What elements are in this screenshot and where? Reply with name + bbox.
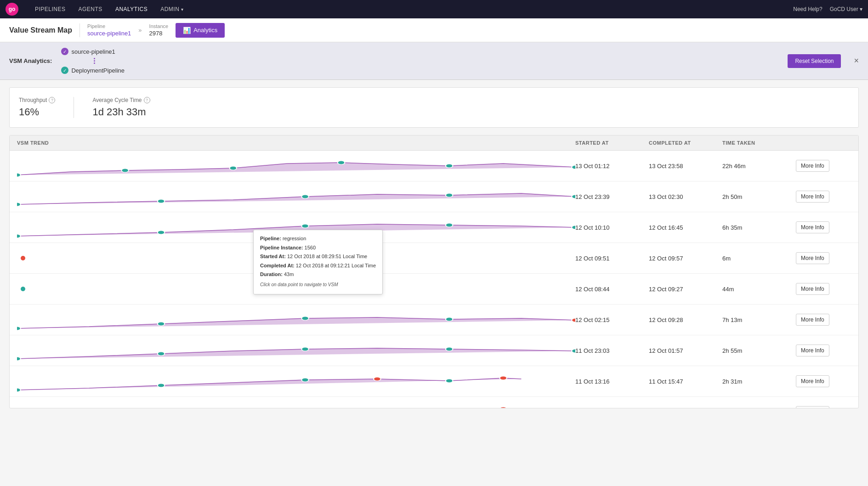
svg-point-36 — [446, 379, 453, 383]
started-at-4: 12 Oct 09:51 — [575, 255, 649, 262]
svg-point-4 — [338, 161, 345, 164]
completed-at-1: 13 Oct 23:58 — [649, 163, 722, 170]
pipeline-name[interactable]: source-pipeline1 — [87, 30, 131, 37]
svg-marker-19 — [17, 317, 575, 328]
table-row: 11 Oct 23:03 12 Oct 01:57 2h 55m More In… — [10, 335, 858, 366]
svg-point-24 — [572, 318, 575, 322]
svg-point-16 — [301, 224, 309, 228]
close-button[interactable]: × — [854, 56, 859, 66]
app-logo[interactable]: go — [6, 3, 21, 16]
help-link[interactable]: Need Help? — [793, 6, 822, 12]
nav-agents[interactable]: AGENTS — [72, 0, 109, 18]
more-info-btn-9[interactable]: More Info — [796, 406, 829, 408]
trend-chart-1[interactable] — [17, 154, 575, 177]
trend-chart-6[interactable] — [17, 308, 575, 331]
main-content: Throughput ? 16% Average Cycle Time ? 1d… — [0, 80, 868, 416]
metric-divider — [74, 97, 74, 118]
pipeline-dots — [64, 58, 125, 64]
more-info-btn-6[interactable]: More Info — [796, 314, 829, 326]
throughput-label: Throughput ? — [19, 97, 55, 103]
check-teal-icon: ✓ — [61, 67, 68, 74]
table-row: 11 Oct 13:16 11 Oct 15:47 2h 31m More In… — [10, 366, 858, 397]
throughput-value: 16% — [19, 106, 55, 118]
cycle-time-info-icon[interactable]: ? — [144, 97, 150, 103]
user-menu[interactable]: GoCD User ▾ — [830, 6, 862, 12]
table-row: 13 Oct 01:12 13 Oct 23:58 22h 46m More I… — [10, 151, 858, 181]
analytics-button[interactable]: 📊 Analytics — [176, 23, 225, 38]
svg-point-27 — [158, 352, 165, 356]
col-completed-at: COMPLETED AT — [649, 140, 722, 146]
svg-point-17 — [446, 223, 453, 227]
table-row: 12 Oct 02:15 12 Oct 09:28 7h 13m More In… — [10, 305, 858, 335]
time-taken-1: 22h 46m — [722, 163, 796, 170]
svg-point-5 — [446, 164, 453, 168]
more-info-btn-3[interactable]: More Info — [796, 221, 829, 233]
vsm-label: VSM Analytics: — [9, 57, 52, 64]
pipeline-item-deployment[interactable]: ✓ DeploymentPipeline — [61, 67, 125, 74]
pipeline-item-source[interactable]: ✓ source-pipeline1 — [61, 48, 125, 55]
instance-info: Instance 2978 — [149, 23, 169, 37]
divider — [79, 23, 80, 37]
svg-point-14 — [17, 234, 21, 238]
chart-icon: 📊 — [183, 27, 191, 34]
svg-marker-0 — [17, 163, 575, 175]
analytics-btn-label: Analytics — [193, 27, 217, 34]
reset-selection-button[interactable]: Reset Selection — [788, 54, 841, 68]
svg-point-26 — [17, 357, 21, 361]
cycle-time-block: Average Cycle Time ? 1d 23h 33m — [92, 97, 168, 118]
svg-point-23 — [446, 317, 453, 321]
throughput-info-icon[interactable]: ? — [49, 97, 55, 103]
table-row: 12 Oct 08:44 12 Oct 09:27 44m More Info — [10, 274, 858, 305]
more-info-btn-7[interactable]: More Info — [796, 345, 829, 356]
svg-point-28 — [301, 347, 309, 351]
trend-chart-7[interactable] — [17, 339, 575, 362]
svg-point-2 — [121, 169, 129, 172]
started-at-2: 12 Oct 23:39 — [575, 193, 649, 200]
svg-point-32 — [17, 388, 21, 392]
data-table: VSM TREND STARTED AT COMPLETED AT TIME T… — [9, 135, 859, 408]
col-time-taken: TIME TAKEN — [722, 140, 796, 146]
table-header: VSM TREND STARTED AT COMPLETED AT TIME T… — [10, 136, 858, 151]
trend-chart-2[interactable] — [17, 185, 575, 208]
trend-chart-3[interactable] — [17, 216, 575, 239]
instance-label: Instance — [149, 23, 169, 29]
cycle-time-value: 1d 23h 33m — [92, 106, 150, 118]
started-at-7: 11 Oct 23:03 — [575, 347, 649, 354]
nav-pipelines[interactable]: PIPELINES — [28, 0, 72, 18]
svg-point-10 — [301, 195, 309, 198]
more-info-btn-4[interactable]: More Info — [796, 252, 829, 264]
svg-marker-7 — [17, 193, 575, 204]
logo-icon: go — [6, 3, 18, 16]
trend-chart-9[interactable] — [17, 401, 575, 408]
trend-chart-8[interactable] — [17, 370, 575, 393]
svg-point-6 — [572, 165, 575, 169]
completed-at-3: 12 Oct 16:45 — [649, 224, 722, 231]
throughput-block: Throughput ? 16% — [19, 97, 74, 118]
trend-chart-5 — [17, 277, 575, 300]
completed-at-5: 12 Oct 09:27 — [649, 286, 722, 293]
svg-point-35 — [374, 377, 381, 381]
svg-point-1 — [17, 173, 21, 177]
col-vsm-trend: VSM TREND — [17, 140, 575, 146]
svg-point-8 — [17, 203, 21, 206]
completed-at-2: 13 Oct 02:30 — [649, 193, 722, 200]
more-info-btn-2[interactable]: More Info — [796, 191, 829, 203]
more-info-btn-5[interactable]: More Info — [796, 283, 829, 295]
more-info-btn-8[interactable]: More Info — [796, 375, 829, 387]
table-row: 11 Oct 11:03 11 Oct 13:43 2h 40m More In… — [10, 397, 858, 408]
svg-point-22 — [301, 316, 309, 320]
completed-at-6: 12 Oct 09:28 — [649, 316, 722, 323]
cycle-time-label: Average Cycle Time ? — [92, 97, 150, 103]
table-scroll[interactable]: 13 Oct 01:12 13 Oct 23:58 22h 46m More I… — [10, 151, 858, 408]
table-row: 12 Oct 23:39 13 Oct 02:30 2h 50m More In… — [10, 181, 858, 212]
more-info-btn-1[interactable]: More Info — [796, 160, 829, 172]
time-taken-7: 2h 55m — [722, 347, 796, 354]
svg-point-9 — [158, 199, 165, 203]
nav-analytics[interactable]: ANALYTICS — [109, 0, 154, 18]
vsm-analytics-bar: VSM Analytics: ✓ source-pipeline1 ✓ Depl… — [0, 42, 868, 80]
pipeline-list: ✓ source-pipeline1 ✓ DeploymentPipeline — [61, 48, 125, 74]
top-nav: go PIPELINES AGENTS ANALYTICS ADMIN ▾ Ne… — [0, 0, 868, 18]
started-at-8: 11 Oct 13:16 — [575, 378, 649, 385]
nav-admin[interactable]: ADMIN ▾ — [154, 0, 190, 18]
solo-dot-green-5 — [21, 287, 25, 291]
